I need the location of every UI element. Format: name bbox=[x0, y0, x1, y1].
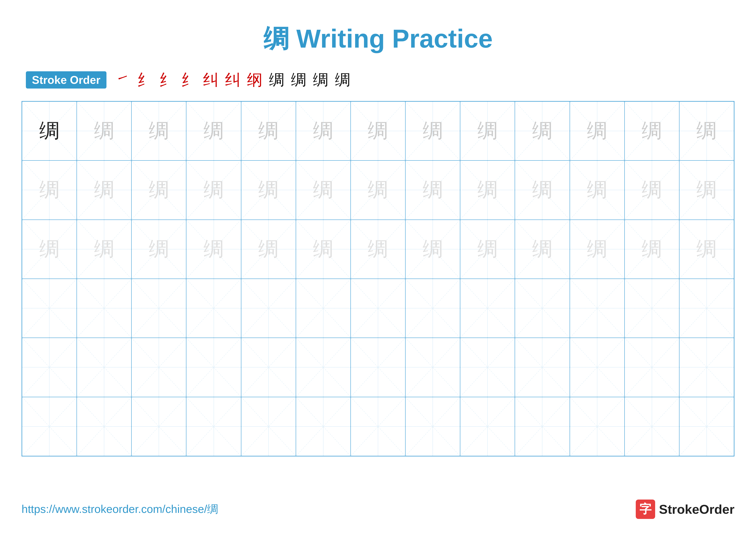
svg-line-132 bbox=[77, 397, 131, 456]
grid-cell[interactable] bbox=[679, 338, 734, 397]
grid-cell[interactable]: 绸 bbox=[460, 161, 515, 219]
grid-cell[interactable]: 绸 bbox=[296, 161, 351, 219]
char-cell: 绸 bbox=[641, 176, 662, 204]
title-chinese: 绸 bbox=[263, 24, 289, 53]
footer: https://www.strokeorder.com/chinese/绸 字 … bbox=[21, 499, 735, 519]
svg-line-130 bbox=[22, 397, 76, 456]
grid-cell[interactable]: 绸 bbox=[570, 161, 625, 219]
grid-cell[interactable]: 绸 bbox=[570, 220, 625, 279]
stroke-step-8: 绸 bbox=[269, 69, 284, 90]
grid-cell[interactable]: 绸 bbox=[22, 220, 77, 279]
grid-cell[interactable] bbox=[570, 338, 625, 397]
grid-cell[interactable]: 绸 bbox=[625, 220, 679, 279]
grid-cell[interactable] bbox=[77, 338, 131, 397]
grid-cell[interactable] bbox=[405, 338, 460, 397]
grid-cell[interactable] bbox=[405, 279, 460, 338]
grid-cell[interactable] bbox=[351, 279, 405, 338]
grid-cell[interactable]: 绸 bbox=[77, 220, 131, 279]
grid-cell[interactable]: 绸 bbox=[351, 101, 405, 161]
grid-cell[interactable] bbox=[296, 338, 351, 397]
grid-cell[interactable] bbox=[625, 397, 679, 456]
grid-cell[interactable] bbox=[460, 397, 515, 456]
svg-line-93 bbox=[406, 279, 460, 338]
grid-cell[interactable] bbox=[131, 279, 186, 338]
char-cell: 绸 bbox=[94, 117, 115, 145]
grid-cell[interactable]: 绸 bbox=[296, 220, 351, 279]
grid-cell[interactable] bbox=[22, 338, 77, 397]
grid-cell[interactable]: 绸 bbox=[515, 220, 570, 279]
grid-cell[interactable] bbox=[515, 279, 570, 338]
grid-cell[interactable] bbox=[186, 397, 241, 456]
grid-cell[interactable]: 绸 bbox=[131, 161, 186, 219]
char-cell: 绸 bbox=[258, 236, 279, 263]
grid-cell[interactable] bbox=[241, 397, 296, 456]
grid-cell[interactable]: 绸 bbox=[625, 161, 679, 219]
grid-cell[interactable] bbox=[570, 279, 625, 338]
grid-cell[interactable]: 绸 bbox=[296, 101, 351, 161]
grid-cell[interactable] bbox=[515, 397, 570, 456]
grid-cell[interactable] bbox=[515, 338, 570, 397]
stroke-step-5: 纠 bbox=[203, 69, 219, 90]
grid-cell[interactable] bbox=[186, 279, 241, 338]
grid-cell[interactable]: 绸 bbox=[351, 161, 405, 219]
svg-line-151 bbox=[570, 397, 624, 456]
grid-cell[interactable]: 绸 bbox=[131, 101, 186, 161]
grid-cell[interactable]: 绸 bbox=[351, 220, 405, 279]
grid-cell[interactable] bbox=[351, 338, 405, 397]
grid-cell[interactable] bbox=[625, 279, 679, 338]
grid-cell[interactable]: 绸 bbox=[241, 220, 296, 279]
svg-line-134 bbox=[132, 397, 186, 456]
grid-cell[interactable]: 绸 bbox=[77, 161, 131, 219]
grid-cell[interactable]: 绸 bbox=[679, 161, 734, 219]
grid-cell[interactable] bbox=[351, 397, 405, 456]
grid-cell[interactable] bbox=[405, 397, 460, 456]
grid-cell[interactable]: 绸 bbox=[405, 101, 460, 161]
svg-line-109 bbox=[132, 338, 186, 396]
grid-cell[interactable] bbox=[460, 279, 515, 338]
grid-cell[interactable]: 绸 bbox=[405, 161, 460, 219]
char-cell: 绸 bbox=[696, 236, 717, 263]
grid-cell[interactable]: 绸 bbox=[241, 101, 296, 161]
grid-cell[interactable] bbox=[186, 338, 241, 397]
svg-line-115 bbox=[296, 338, 350, 396]
grid-cell[interactable]: 绸 bbox=[679, 101, 734, 161]
grid-cell[interactable]: 绸 bbox=[186, 101, 241, 161]
grid-cell[interactable]: 绸 bbox=[131, 220, 186, 279]
grid-cell[interactable] bbox=[570, 397, 625, 456]
svg-line-89 bbox=[296, 279, 350, 338]
grid-cell[interactable] bbox=[460, 338, 515, 397]
grid-cell[interactable] bbox=[679, 397, 734, 456]
grid-cell[interactable]: 绸 bbox=[515, 161, 570, 219]
title-english: Writing Practice bbox=[289, 24, 493, 53]
svg-line-155 bbox=[680, 397, 734, 456]
grid-cell[interactable] bbox=[22, 279, 77, 338]
grid-cell[interactable] bbox=[77, 397, 131, 456]
grid-cell[interactable]: 绸 bbox=[515, 101, 570, 161]
grid-cell[interactable] bbox=[131, 338, 186, 397]
grid-cell[interactable]: 绸 bbox=[405, 220, 460, 279]
grid-cell[interactable]: 绸 bbox=[241, 161, 296, 219]
grid-cell[interactable]: 绸 bbox=[22, 101, 77, 161]
grid-cell[interactable]: 绸 bbox=[77, 101, 131, 161]
svg-line-142 bbox=[351, 397, 405, 456]
grid-cell[interactable]: 绸 bbox=[186, 161, 241, 219]
grid-cell[interactable] bbox=[22, 397, 77, 456]
svg-line-87 bbox=[241, 279, 296, 338]
grid-cell[interactable] bbox=[77, 279, 131, 338]
grid-cell[interactable] bbox=[131, 397, 186, 456]
grid-cell[interactable] bbox=[296, 397, 351, 456]
grid-cell[interactable]: 绸 bbox=[625, 101, 679, 161]
svg-line-133 bbox=[77, 397, 131, 456]
grid-cell[interactable] bbox=[241, 338, 296, 397]
grid-cell[interactable]: 绸 bbox=[460, 101, 515, 161]
char-cell: 绸 bbox=[477, 176, 498, 204]
grid-cell[interactable] bbox=[625, 338, 679, 397]
grid-cell[interactable]: 绸 bbox=[22, 161, 77, 219]
grid-cell[interactable]: 绸 bbox=[679, 220, 734, 279]
grid-cell[interactable] bbox=[241, 279, 296, 338]
grid-cell[interactable]: 绸 bbox=[570, 101, 625, 161]
grid-cell[interactable]: 绸 bbox=[460, 220, 515, 279]
grid-cell[interactable]: 绸 bbox=[186, 220, 241, 279]
grid-cell[interactable] bbox=[679, 279, 734, 338]
grid-cell[interactable] bbox=[296, 279, 351, 338]
